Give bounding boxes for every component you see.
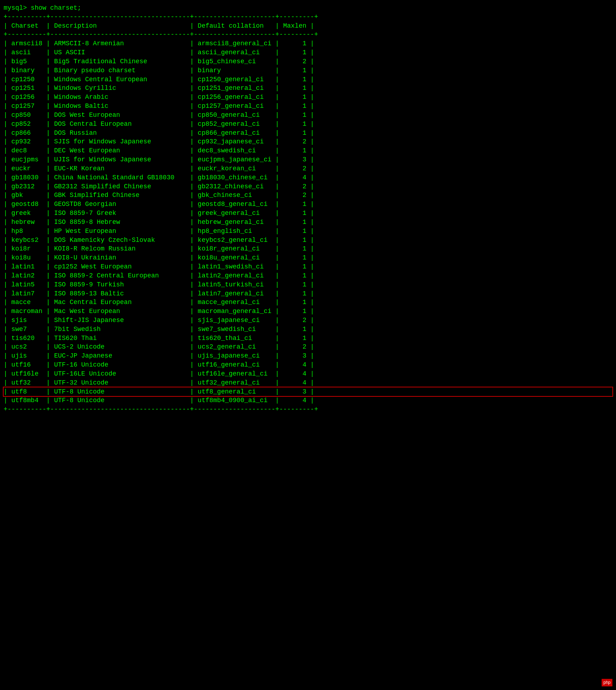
command-line: mysql> show charset; — [4, 4, 612, 13]
terminal: mysql> show charset; +----------+-------… — [4, 4, 612, 414]
php-badge: php — [602, 679, 612, 686]
table-container: +----------+----------------------------… — [4, 13, 612, 414]
table-output: +----------+----------------------------… — [4, 13, 612, 414]
